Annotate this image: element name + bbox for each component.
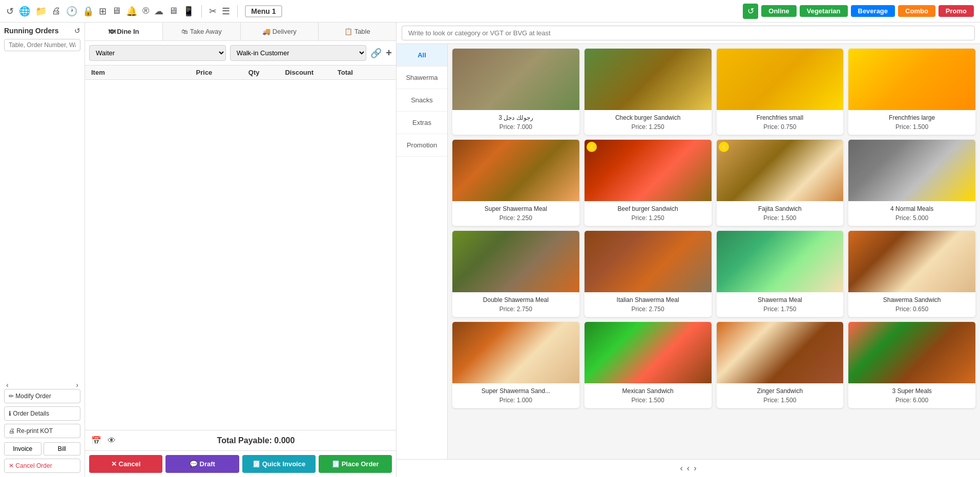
- col-item: Item: [91, 69, 196, 76]
- online-filter-btn[interactable]: Online: [761, 5, 796, 17]
- registered-icon[interactable]: ®: [142, 6, 149, 16]
- page-prev-btn[interactable]: ‹: [680, 464, 683, 473]
- cancel-order-btn[interactable]: ✕ Cancel Order: [4, 459, 80, 473]
- invoice-bill-row: Invoice Bill: [4, 442, 80, 456]
- menu-item-card[interactable]: Double Shawerma MealPrice: 2.750: [452, 230, 580, 317]
- menu-item-card[interactable]: Zinger SandwichPrice: 1.500: [716, 321, 844, 408]
- toolbar-left: ↺ 🌐 📁 🖨 🕐 🔒 ⊞ 🖥 🔔 ® ☁ 🖥 📱 ✂ ☰ Menu 1: [6, 5, 738, 17]
- vegetarian-filter-btn[interactable]: Vegetarian: [800, 5, 848, 17]
- tab-table[interactable]: 📋 Table: [319, 23, 396, 40]
- menu-item-card[interactable]: Italian Shawerma MealPrice: 2.750: [584, 230, 712, 317]
- desktop-icon[interactable]: 🖥: [169, 6, 178, 16]
- monitor-icon[interactable]: 🖥: [112, 6, 121, 16]
- menu-item-name: Frenchfries small: [721, 114, 840, 121]
- lock-icon[interactable]: 🔒: [82, 6, 94, 17]
- print-icon[interactable]: 🖨: [52, 6, 61, 16]
- order-controls: Waiter Walk-in Customer 🔗 +: [85, 41, 396, 66]
- menu-item-card[interactable]: Super Shawerma MealPrice: 2.250: [452, 139, 580, 226]
- menu-body: AllShawermaSnacksExtrasPromotion رجولك د…: [397, 44, 980, 459]
- cancel-btn[interactable]: ✕ Cancel: [89, 455, 162, 473]
- invoice-btn[interactable]: Invoice: [4, 442, 41, 456]
- refresh-icon[interactable]: ↺: [6, 6, 14, 17]
- sidebar-right-arrow[interactable]: ›: [76, 381, 78, 389]
- category-sidebar: AllShawermaSnacksExtrasPromotion: [397, 44, 448, 459]
- link-icon-btn[interactable]: 🔗: [370, 48, 382, 59]
- page-prev2-btn[interactable]: ‹: [687, 464, 690, 473]
- menu-badge[interactable]: Menu 1: [245, 5, 282, 17]
- quick-invoice-btn[interactable]: 🧾 Quick Invoice: [242, 455, 316, 473]
- draft-btn[interactable]: 💬 Draft: [165, 455, 239, 473]
- category-item-shawerma[interactable]: Shawerma: [397, 67, 447, 89]
- device-icon[interactable]: 📱: [183, 6, 194, 17]
- category-item-promotion[interactable]: Promotion: [397, 134, 447, 157]
- customer-select[interactable]: Walk-in Customer: [230, 45, 367, 61]
- menu-item-price: Price: 1.500: [852, 123, 971, 131]
- menu-item-card[interactable]: Frenchfries smallPrice: 0.750: [716, 48, 844, 135]
- order-details-btn[interactable]: ℹ Order Details: [4, 406, 80, 421]
- menu-item-card[interactable]: Check burger SandwichPrice: 1.250: [584, 48, 712, 135]
- reprint-kot-btn[interactable]: 🖨 Re-print KOT: [4, 424, 80, 438]
- menu-item-price: Price: 1.500: [589, 397, 707, 404]
- sidebar-toggle-row: ‹ ›: [4, 381, 80, 389]
- menu-item-card[interactable]: ⭐Beef burger SandwichPrice: 1.250: [584, 139, 712, 226]
- total-payable: Total Payable: 0.000: [122, 436, 390, 445]
- eye-icon[interactable]: 👁: [108, 436, 116, 445]
- menu-item-card[interactable]: 4 Normal MealsPrice: 5.000: [848, 139, 976, 226]
- tab-delivery[interactable]: 🚚 Delivery: [241, 23, 319, 40]
- calendar-icon[interactable]: 📅: [91, 436, 101, 445]
- menu-top-bar: [397, 23, 980, 44]
- menu-panel: AllShawermaSnacksExtrasPromotion رجولك د…: [397, 23, 980, 477]
- order-actions: ✕ Cancel 💬 Draft 🧾 Quick Invoice 🧾 Place…: [85, 450, 396, 477]
- refresh-btn[interactable]: ↺: [743, 4, 758, 19]
- menu-item-card[interactable]: ⭐Fajita SandwichPrice: 1.500: [716, 139, 844, 226]
- toolbar: ↺ 🌐 📁 🖨 🕐 🔒 ⊞ 🖥 🔔 ® ☁ 🖥 📱 ✂ ☰ Menu 1 ↺ O…: [0, 0, 980, 23]
- globe-icon[interactable]: 🌐: [19, 6, 30, 17]
- grid-icon[interactable]: ⊞: [99, 6, 107, 17]
- sidebar-refresh-icon[interactable]: ↺: [74, 27, 80, 35]
- promo-filter-btn[interactable]: Promo: [939, 5, 974, 17]
- order-tabs: 🍽 Dine In 🛍 Take Away 🚚 Delivery 📋 Table: [85, 23, 396, 41]
- bill-btn[interactable]: Bill: [44, 442, 81, 456]
- menu-item-price: Price: 1.250: [589, 214, 707, 222]
- menu-item-price: Price: 5.000: [852, 214, 971, 222]
- beverage-filter-btn[interactable]: Beverage: [851, 5, 895, 17]
- menu-search-input[interactable]: [402, 26, 975, 40]
- page-next-btn[interactable]: ›: [694, 464, 696, 473]
- menu-item-price: Price: 1.500: [721, 214, 840, 222]
- category-item-extras[interactable]: Extras: [397, 112, 447, 134]
- menu-grid-container: رجولك دجل 3Price: 7.000Check burger Sand…: [448, 44, 980, 459]
- sidebar-left-arrow[interactable]: ‹: [6, 381, 9, 389]
- menu-item-card[interactable]: Shawerma MealPrice: 1.750: [716, 230, 844, 317]
- menu-item-price: Price: 7.000: [456, 123, 575, 131]
- menu-item-card[interactable]: Mexican SandwichPrice: 1.500: [584, 321, 712, 408]
- tab-take-away[interactable]: 🛍 Take Away: [163, 23, 241, 40]
- menu-icon[interactable]: ☰: [222, 6, 230, 17]
- history-icon[interactable]: 🕐: [66, 6, 77, 17]
- menu-item-price: Price: 1.500: [721, 397, 840, 404]
- sidebar: Running Orders ↺ ‹ › ✏ Modify Order ℹ Or…: [0, 23, 85, 477]
- sidebar-search-input[interactable]: [4, 39, 80, 51]
- category-item-all[interactable]: All: [397, 44, 447, 67]
- menu-item-price: Price: 1.000: [456, 397, 575, 404]
- menu-item-card[interactable]: Shawerma SandwichPrice: 0.650: [848, 230, 976, 317]
- menu-item-price: Price: 0.750: [721, 123, 840, 131]
- menu-item-card[interactable]: Frenchfries largePrice: 1.500: [848, 48, 976, 135]
- menu-item-name: Zinger Sandwich: [721, 387, 840, 395]
- menu-item-name: Shawerma Sandwich: [852, 296, 971, 303]
- sidebar-actions: ✏ Modify Order ℹ Order Details 🖨 Re-prin…: [4, 389, 80, 438]
- scissors-icon[interactable]: ✂: [209, 6, 217, 17]
- menu-item-card[interactable]: رجولك دجل 3Price: 7.000: [452, 48, 580, 135]
- col-total: Total: [338, 69, 390, 76]
- place-order-btn[interactable]: 🧾 Place Order: [319, 455, 392, 473]
- menu-item-card[interactable]: 3 Super MealsPrice: 6.000: [848, 321, 976, 408]
- waiter-select[interactable]: Waiter: [89, 45, 226, 61]
- folder-icon[interactable]: 📁: [35, 6, 47, 17]
- add-item-btn[interactable]: +: [386, 47, 392, 59]
- menu-item-card[interactable]: Super Shawerma Sand...Price: 1.000: [452, 321, 580, 408]
- category-item-snacks[interactable]: Snacks: [397, 89, 447, 112]
- modify-order-btn[interactable]: ✏ Modify Order: [4, 389, 80, 403]
- cloud-icon[interactable]: ☁: [154, 6, 163, 17]
- tab-dine-in[interactable]: 🍽 Dine In: [85, 23, 163, 40]
- bell-icon[interactable]: 🔔: [126, 6, 137, 17]
- combo-filter-btn[interactable]: Combo: [898, 5, 935, 17]
